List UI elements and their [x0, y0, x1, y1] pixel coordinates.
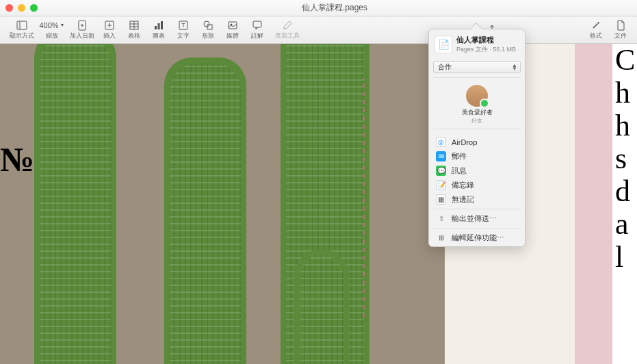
fullscreen-window-button[interactable]: [30, 4, 38, 12]
draw-button[interactable]: 書寫工具: [271, 20, 304, 40]
document-thumbnail: 📄: [434, 36, 452, 53]
messages-option[interactable]: 💬 訊息: [429, 164, 525, 178]
svg-rect-21: [253, 21, 261, 27]
svg-rect-18: [207, 25, 212, 29]
insert-icon: [103, 20, 116, 31]
text-icon: T: [177, 20, 190, 31]
freeform-icon: ▦: [436, 194, 446, 205]
airdrop-icon: ◎: [436, 137, 446, 147]
view-mode-button[interactable]: 顯示方式: [5, 20, 38, 40]
media-icon: [226, 20, 239, 31]
dotted-guide: [363, 78, 365, 317]
airdrop-option[interactable]: ◎ AirDrop: [429, 135, 525, 149]
mail-option[interactable]: ✉ 郵件: [429, 149, 525, 164]
comment-icon: [250, 20, 264, 31]
sidebar-icon: [15, 20, 29, 31]
close-window-button[interactable]: [5, 4, 13, 12]
document-button[interactable]: 文件: [610, 20, 632, 40]
contact-avatar: [466, 85, 488, 107]
media-button[interactable]: 媒體: [222, 20, 244, 40]
notes-option[interactable]: 📝 備忘錄: [429, 178, 525, 192]
text-button[interactable]: T 文字: [172, 20, 194, 40]
suggested-contact[interactable]: 美食愛好者 好友: [429, 82, 525, 125]
shape-icon: [201, 20, 215, 31]
svg-text:T: T: [181, 22, 185, 29]
page-spread-left: №: [0, 44, 445, 364]
share-file-title: 仙人掌課程: [456, 35, 516, 45]
mail-icon: ✉: [436, 151, 446, 161]
add-page-icon: [75, 20, 89, 31]
shape-button[interactable]: 形狀: [197, 20, 219, 40]
handwriting-mark: №: [0, 140, 34, 179]
chevron-updown-icon: ▲▼: [512, 64, 517, 70]
zoom-value: 400%▼: [45, 20, 59, 31]
svg-rect-14: [161, 21, 163, 29]
text-fragment: l: [615, 241, 635, 274]
chart-icon: [152, 20, 166, 31]
document-icon: [614, 20, 627, 31]
freeform-option[interactable]: ▦ 無邊記: [429, 192, 525, 207]
collaborate-dropdown[interactable]: 合作 ▲▼: [433, 61, 521, 73]
window-title: 仙人掌課程.pages: [38, 2, 632, 14]
messages-icon: 💬: [436, 166, 446, 176]
export-send-option[interactable]: ⇧ 輸出並傳送⋯: [429, 211, 525, 226]
format-button[interactable]: 格式: [585, 20, 607, 40]
titlebar: 仙人掌課程.pages: [0, 0, 637, 16]
text-fragment: a: [615, 208, 635, 241]
share-file-meta: Pages 文件 · 56.1 MB: [456, 45, 516, 54]
window-controls: [5, 4, 38, 12]
svg-rect-12: [155, 26, 157, 29]
text-fragment: d: [615, 175, 635, 208]
minimize-window-button[interactable]: [18, 4, 25, 12]
table-button[interactable]: 表格: [123, 20, 145, 40]
comment-button[interactable]: 註解: [246, 20, 268, 40]
svg-rect-0: [17, 21, 27, 29]
export-icon: ⇧: [436, 213, 446, 224]
notes-icon: 📝: [436, 180, 446, 190]
table-icon: [127, 20, 141, 31]
chart-button[interactable]: 圖表: [148, 20, 170, 40]
zoom-button[interactable]: 400%▼ 縮放: [41, 20, 63, 40]
share-app-list: ◎ AirDrop ✉ 郵件 💬 訊息 📝 備忘錄 ▦ 無邊記 ⇧ 輸出並傳送⋯…: [429, 133, 525, 246]
cactus-illustration: №: [0, 44, 445, 364]
toolbar: 顯示方式 400%▼ 縮放 加入頁面 插入 表格 圖表 T 文字: [0, 16, 637, 44]
document-canvas[interactable]: № C h h s d a l: [0, 44, 637, 364]
brush-icon: [589, 20, 603, 31]
messages-badge-icon: [480, 99, 489, 108]
text-fragment: C: [615, 44, 635, 77]
edit-extensions-option[interactable]: ⊞ 編輯延伸功能⋯: [429, 231, 525, 245]
svg-point-17: [204, 21, 209, 27]
pencil-icon: [281, 20, 294, 31]
grid-icon: ⊞: [436, 233, 446, 243]
svg-rect-13: [158, 23, 160, 29]
insert-button[interactable]: 插入: [99, 20, 120, 40]
add-page-button[interactable]: 加入頁面: [66, 20, 99, 40]
text-fragment: s: [615, 142, 635, 175]
text-fragment: h: [615, 109, 635, 142]
share-popover: 📄 仙人掌課程 Pages 文件 · 56.1 MB 合作 ▲▼ 美食愛好者 好…: [428, 29, 525, 247]
text-fragment: h: [615, 77, 635, 109]
